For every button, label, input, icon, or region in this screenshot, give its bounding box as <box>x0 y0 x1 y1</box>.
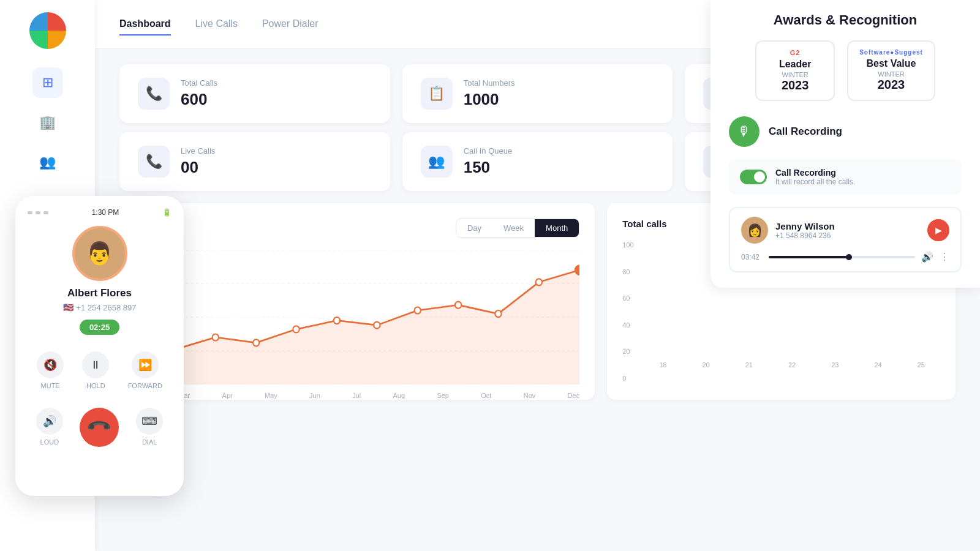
svg-point-15 <box>536 279 542 285</box>
period-day[interactable]: Day <box>456 219 492 237</box>
total-calls-label: Total Calls <box>181 78 217 88</box>
period-buttons: Day Week Month <box>456 219 579 238</box>
stat-total-numbers: 📋 Total Numbers 1000 <box>402 64 673 123</box>
toggle-row: Call Recording It will record all the ca… <box>729 159 962 195</box>
phone-caller-number: 🇺🇸 +1 254 2658 897 <box>63 302 137 312</box>
play-button[interactable]: ▶ <box>927 219 949 241</box>
phone-status-bar: 1:30 PM 🔋 <box>15 205 184 220</box>
stat-call-queue: 👥 Call In Queue 150 <box>402 132 673 191</box>
recording-icon: 🎙 <box>729 116 760 147</box>
loud-icon: 🔊 <box>36 408 63 435</box>
toggle-label: Call Recording <box>775 168 855 178</box>
signal-dot-2 <box>36 211 40 214</box>
awards-panel: Awards & Recognition G2 Leader WINTER 20… <box>710 0 980 288</box>
badge-sw-sub: WINTER <box>878 70 904 78</box>
svg-point-10 <box>334 317 340 324</box>
audio-progress-bar: 03:42 🔊 ⋮ <box>741 251 949 263</box>
forward-icon: ⏩ <box>132 351 159 378</box>
sidebar-item-dashboard[interactable]: ⊞ <box>32 67 63 98</box>
app-logo <box>29 12 66 49</box>
caller-name: Jenny Wilson <box>775 221 835 231</box>
total-calls-value: 600 <box>181 90 217 109</box>
total-numbers-icon: 📋 <box>421 78 453 110</box>
bar-group-25: 25 <box>902 358 940 369</box>
more-icon[interactable]: ⋮ <box>940 251 949 263</box>
svg-point-12 <box>415 307 421 314</box>
live-calls-label: Live Calls <box>181 146 215 156</box>
queue-value: 150 <box>464 158 513 177</box>
phone-time: 1:30 PM <box>92 208 119 217</box>
queue-icon: 👥 <box>421 146 453 178</box>
recording-title: Call Recording <box>769 126 842 138</box>
progress-dot <box>846 254 852 260</box>
audio-current-time: 03:42 <box>741 253 763 261</box>
signal-dot-1 <box>28 211 32 214</box>
phone-number-text: +1 254 2658 897 <box>77 303 137 312</box>
tab-power-dialer[interactable]: Power Dialer <box>262 13 318 36</box>
sidebar-item-users[interactable]: 👥 <box>32 147 63 178</box>
svg-point-13 <box>455 302 461 309</box>
flag-icon: 🇺🇸 <box>63 302 74 312</box>
badge-sw-label: Software●Suggest <box>859 49 923 56</box>
line-chart: Feb Mar Apr May Jun Jul Aug Sep Oct Nov … <box>135 250 579 384</box>
volume-icon[interactable]: 🔊 <box>921 251 933 263</box>
total-numbers-label: Total Numbers <box>464 78 515 88</box>
phone-caller-name: Albert Flores <box>67 287 132 299</box>
dial-control[interactable]: ⌨ DIAL <box>136 408 163 447</box>
y-axis-labels: 100 80 60 40 20 0 <box>622 241 633 382</box>
badge-sw-year: 2023 <box>878 78 905 92</box>
line-chart-card: es Day Week Month <box>119 203 595 400</box>
phone-signal <box>28 211 48 214</box>
battery-icon: 🔋 <box>162 208 172 217</box>
bar-group-23: 23 <box>816 358 854 369</box>
phone-timer: 02:25 <box>80 320 119 335</box>
badge-sw-main: Best Value <box>867 58 916 69</box>
hold-label: HOLD <box>86 382 105 389</box>
recording-toggle[interactable] <box>740 170 767 184</box>
bar-chart-title: Total calls <box>622 219 666 229</box>
awards-badges: G2 Leader WINTER 2023 Software●Suggest B… <box>729 40 962 101</box>
badge-g2-main: Leader <box>779 59 811 70</box>
loud-control[interactable]: 🔊 LOUD <box>36 408 63 447</box>
phone-overlay: 1:30 PM 🔋 👨 Albert Flores 🇺🇸 +1 254 2658… <box>15 196 184 496</box>
progress-track[interactable] <box>769 256 915 258</box>
x-axis-labels: Feb Mar Apr May Jun Jul Aug Sep Oct Nov … <box>135 387 579 399</box>
badge-g2-sub: WINTER <box>782 71 808 78</box>
bar-group-18: 18 <box>644 358 682 369</box>
call-card-top: 👩 Jenny Wilson +1 548 8964 236 ▶ <box>741 217 949 244</box>
end-call-button[interactable]: 📞 <box>72 400 127 455</box>
mute-icon: 🔇 <box>37 351 64 378</box>
svg-point-7 <box>213 334 219 341</box>
stat-live-calls: 📞 Live Calls 00 <box>119 132 390 191</box>
sidebar-item-building[interactable]: 🏢 <box>32 107 63 138</box>
badge-software: Software●Suggest Best Value WINTER 2023 <box>847 40 935 101</box>
period-month[interactable]: Month <box>535 219 579 237</box>
badge-g2-year: 2023 <box>782 78 809 92</box>
awards-title: Awards & Recognition <box>729 12 962 28</box>
total-calls-icon: 📞 <box>138 78 170 110</box>
total-numbers-value: 1000 <box>464 90 515 109</box>
svg-point-14 <box>495 310 501 317</box>
svg-point-11 <box>374 322 380 329</box>
bar-group-20: 20 <box>687 358 725 369</box>
queue-label: Call In Queue <box>464 146 513 156</box>
progress-fill <box>769 256 849 258</box>
mute-control[interactable]: 🔇 MUTE <box>37 351 64 389</box>
forward-label: FORWARD <box>128 382 162 389</box>
live-calls-icon: 📞 <box>138 146 170 178</box>
stat-total-calls: 📞 Total Calls 600 <box>119 64 390 123</box>
caller-avatar: 👩 <box>741 217 768 244</box>
tab-dashboard[interactable]: Dashboard <box>119 13 171 36</box>
dial-label: DIAL <box>142 438 157 446</box>
live-calls-value: 00 <box>181 158 215 177</box>
period-week[interactable]: Week <box>492 219 535 237</box>
phone-avatar: 👨 <box>72 226 127 281</box>
hold-control[interactable]: ⏸ HOLD <box>82 351 109 389</box>
bar-group-24: 24 <box>859 358 897 369</box>
phone-controls-row2: 🔊 LOUD 📞 ⌨ DIAL <box>15 399 184 456</box>
tab-live-calls[interactable]: Live Calls <box>195 13 238 36</box>
forward-control[interactable]: ⏩ FORWARD <box>128 351 162 389</box>
bar-group-22: 22 <box>773 358 811 369</box>
phone-controls-row1: 🔇 MUTE ⏸ HOLD ⏩ FORWARD <box>15 342 184 399</box>
dial-icon: ⌨ <box>136 408 163 435</box>
